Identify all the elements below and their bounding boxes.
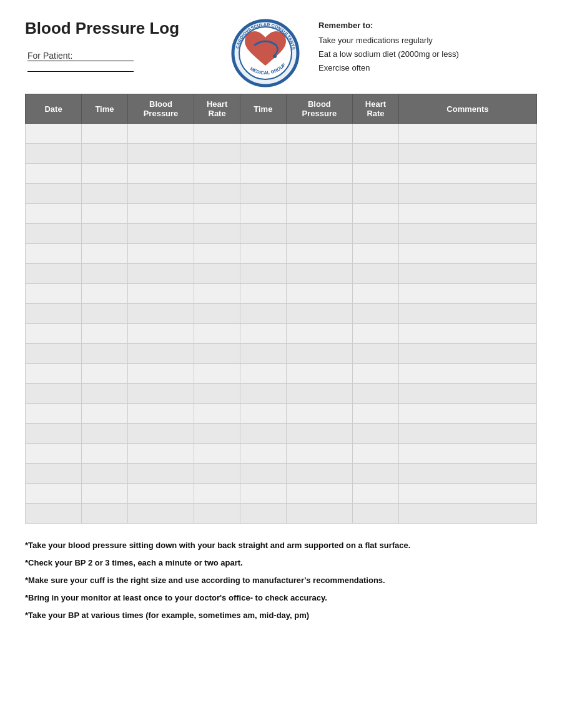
table-cell <box>26 244 82 264</box>
table-cell <box>398 224 536 244</box>
table-cell <box>194 124 240 144</box>
table-cell <box>82 344 128 364</box>
table-cell <box>353 144 399 164</box>
table-cell <box>26 364 82 384</box>
footer-note-4: *Bring in your monitor at least once to … <box>25 590 537 606</box>
table-cell <box>194 404 240 424</box>
table-cell <box>353 324 399 344</box>
table-cell <box>26 264 82 284</box>
col-header-hr2: HeartRate <box>353 94 399 124</box>
patient-line: For Patient: <box>25 51 225 72</box>
table-cell <box>26 424 82 444</box>
table-cell <box>26 504 82 524</box>
table-cell <box>286 284 352 304</box>
table-cell <box>398 384 536 404</box>
table-cell <box>240 324 286 344</box>
table-row <box>26 244 537 264</box>
table-cell <box>398 124 536 144</box>
table-cell <box>286 344 352 364</box>
table-cell <box>286 384 352 404</box>
table-cell <box>240 444 286 464</box>
table-cell <box>353 284 399 304</box>
reminder-3: Exercise often <box>318 61 537 75</box>
table-cell <box>353 344 399 364</box>
table-cell <box>127 444 194 464</box>
table-cell <box>82 324 128 344</box>
table-cell <box>398 504 536 524</box>
table-row <box>26 344 537 364</box>
table-row <box>26 164 537 184</box>
table-cell <box>26 224 82 244</box>
table-cell <box>194 204 240 224</box>
table-cell <box>127 144 194 164</box>
table-row <box>26 304 537 324</box>
table-cell <box>353 464 399 484</box>
table-cell <box>194 144 240 164</box>
table-row <box>26 364 537 384</box>
table-cell <box>82 264 128 284</box>
table-cell <box>82 504 128 524</box>
table-cell <box>240 144 286 164</box>
table-cell <box>240 304 286 324</box>
table-cell <box>353 484 399 504</box>
table-cell <box>26 484 82 504</box>
table-cell <box>82 484 128 504</box>
table-cell <box>194 504 240 524</box>
table-cell <box>398 464 536 484</box>
table-cell <box>82 424 128 444</box>
table-cell <box>82 284 128 304</box>
blood-pressure-log-table: Date Time BloodPressure HeartRate Time B… <box>25 94 537 524</box>
table-cell <box>127 464 194 484</box>
table-cell <box>286 324 352 344</box>
table-cell <box>286 504 352 524</box>
table-cell <box>398 244 536 264</box>
table-cell <box>82 204 128 224</box>
table-cell <box>353 404 399 424</box>
table-cell <box>194 324 240 344</box>
table-cell <box>353 504 399 524</box>
table-cell <box>353 304 399 324</box>
table-cell <box>127 124 194 144</box>
table-cell <box>194 224 240 244</box>
table-cell <box>26 164 82 184</box>
table-cell <box>286 364 352 384</box>
table-cell <box>398 364 536 384</box>
table-cell <box>398 324 536 344</box>
table-cell <box>353 424 399 444</box>
table-cell <box>398 304 536 324</box>
table-cell <box>353 384 399 404</box>
table-cell <box>240 224 286 244</box>
table-cell <box>286 304 352 324</box>
table-cell <box>286 164 352 184</box>
table-cell <box>26 324 82 344</box>
remember-title: Remember to: <box>318 19 537 32</box>
table-cell <box>353 264 399 284</box>
table-cell <box>398 444 536 464</box>
table-cell <box>286 144 352 164</box>
table-cell <box>194 244 240 264</box>
table-cell <box>240 164 286 184</box>
table-cell <box>194 184 240 204</box>
table-cell <box>26 204 82 224</box>
table-cell <box>398 204 536 224</box>
table-cell <box>82 404 128 424</box>
table-header-row: Date Time BloodPressure HeartRate Time B… <box>26 94 537 124</box>
col-header-date: Date <box>26 94 82 124</box>
table-cell <box>286 404 352 424</box>
table-cell <box>240 424 286 444</box>
table-cell <box>194 384 240 404</box>
table-cell <box>127 364 194 384</box>
table-cell <box>26 184 82 204</box>
table-row <box>26 404 537 424</box>
table-cell <box>194 464 240 484</box>
table-cell <box>82 184 128 204</box>
table-row <box>26 264 537 284</box>
table-cell <box>26 404 82 424</box>
table-cell <box>240 184 286 204</box>
table-cell <box>127 484 194 504</box>
table-cell <box>82 164 128 184</box>
table-row <box>26 144 537 164</box>
table-cell <box>127 244 194 264</box>
col-header-bp1: BloodPressure <box>127 94 194 124</box>
title-patient-area: Blood Pressure Log For Patient: <box>25 19 225 72</box>
